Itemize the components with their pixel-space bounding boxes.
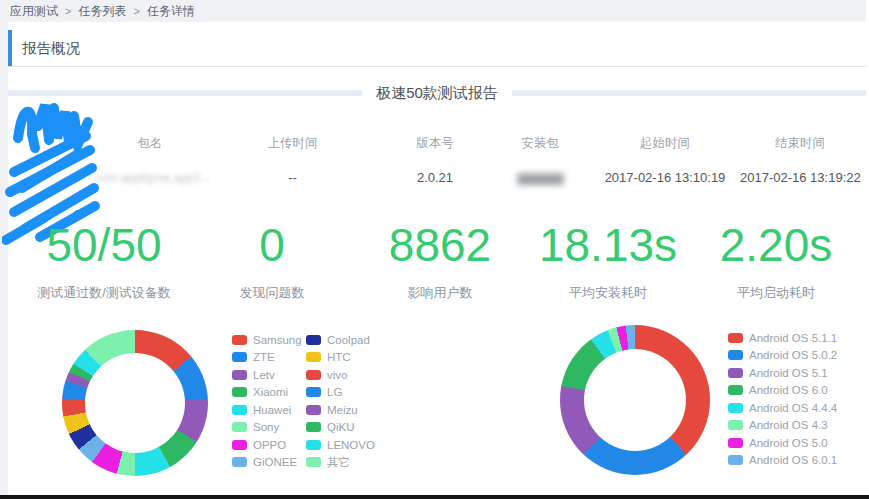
stat-pass-devices: 50/50 测试通过数/测试设备数 [20, 218, 188, 302]
legend-item[interactable]: Android OS 5.0 [728, 434, 837, 452]
legend-swatch [232, 387, 247, 397]
legend-item[interactable]: Android OS 4.4.4 [728, 399, 837, 417]
legend-label: Huawei [253, 404, 291, 416]
legend-label: Android OS 5.0.2 [749, 349, 837, 361]
window-bottom-edge [0, 495, 869, 499]
legend-item[interactable]: Android OS 6.0 [728, 382, 837, 400]
legend-item[interactable]: Coolpad [306, 331, 380, 349]
legend-swatch [306, 457, 321, 467]
version-value: 2.0.21 [380, 168, 490, 188]
legend-label: Android OS 4.3 [749, 419, 828, 431]
stat-avg-launch-time-value: 2.20s [692, 218, 860, 272]
legend-item[interactable]: LG [306, 384, 380, 402]
legend-item[interactable]: Huawei [232, 401, 306, 419]
legend-item[interactable]: Samsung [232, 331, 306, 349]
legend-column: SamsungZTELetvXiaomiHuaweiSonyOPPOGiONEE [232, 331, 306, 471]
legend-label: Xiaomi [253, 386, 288, 398]
legend-item[interactable]: vivo [306, 366, 380, 384]
legend-swatch [728, 438, 743, 448]
legend-label: Sony [253, 421, 279, 433]
legend-swatch [728, 385, 743, 395]
column-header-install-package: 安装包 [490, 132, 590, 154]
install-package-value-blurred: ▆▆▆▆▆ [490, 168, 590, 188]
legend-item[interactable]: Letv [232, 366, 306, 384]
column-header-package: 包名 [95, 132, 205, 154]
legend-label: HTC [327, 351, 351, 363]
task-detail-page: 应用测试 > 任务列表 > 任务详情 报告概况 极速50款测试报告 [0, 0, 869, 499]
legend-item[interactable]: Xiaomi [232, 384, 306, 402]
section-accent-bar [8, 30, 12, 66]
legend-item[interactable]: HTC [306, 349, 380, 367]
legend-swatch [232, 457, 247, 467]
legend-swatch [232, 370, 247, 380]
legend-swatch [728, 350, 743, 360]
legend-label: Android OS 4.4.4 [749, 402, 837, 414]
column-header-version: 版本号 [380, 132, 490, 154]
upload-time-value: -- [205, 168, 380, 188]
breadcrumb: 应用测试 > 任务列表 > 任务详情 [0, 0, 866, 22]
legend-swatch [728, 403, 743, 413]
legend-item[interactable]: Android OS 5.1 [728, 364, 837, 382]
legend-swatch [728, 368, 743, 378]
legend-label: Android OS 5.0 [749, 437, 828, 449]
legend-item[interactable]: Android OS 4.3 [728, 417, 837, 435]
legend-label: Coolpad [327, 334, 370, 346]
legend-item[interactable]: 其它 [306, 454, 380, 472]
legend-label: 其它 [327, 455, 350, 470]
section-divider [8, 66, 866, 67]
legend-label: Android OS 5.1 [749, 367, 828, 379]
legend-item[interactable]: LENOVO [306, 436, 380, 454]
device-brand-donut-chart[interactable] [62, 330, 208, 476]
legend-item[interactable]: Android OS 5.1.1 [728, 329, 837, 347]
android-os-donut-chart[interactable] [560, 325, 710, 475]
package-name-value-blurred: com.appbyme.app2... [95, 168, 205, 188]
breadcrumb-separator: > [65, 5, 71, 17]
legend-item[interactable]: Android OS 5.0.2 [728, 347, 837, 365]
legend-label: Android OS 6.0 [749, 384, 828, 396]
legend-item[interactable]: ZTE [232, 349, 306, 367]
legend-label: Android OS 5.1.1 [749, 332, 837, 344]
stat-issues-found-value: 0 [188, 218, 356, 272]
legend-swatch [232, 422, 247, 432]
section-title: 报告概况 [22, 30, 80, 66]
stat-affected-users-value: 8862 [356, 218, 524, 272]
legend-label: Meizu [327, 404, 358, 416]
legend-item[interactable]: Sony [232, 419, 306, 437]
breadcrumb-item-task-list[interactable]: 任务列表 [78, 3, 126, 20]
legend-column: CoolpadHTCvivoLGMeizuQiKULENOVO其它 [306, 331, 380, 471]
legend-swatch [306, 335, 321, 345]
legend-swatch [306, 422, 321, 432]
legend-swatch [232, 440, 247, 450]
legend-label: ZTE [253, 351, 275, 363]
stat-avg-launch-time: 2.20s 平均启动耗时 [692, 218, 860, 302]
legend-swatch [306, 370, 321, 380]
legend-label: OPPO [253, 439, 286, 451]
legend-swatch [306, 440, 321, 450]
legend-swatch [232, 335, 247, 345]
breadcrumb-item-app-test[interactable]: 应用测试 [10, 3, 58, 20]
legend-swatch [306, 405, 321, 415]
breadcrumb-item-task-detail: 任务详情 [147, 3, 195, 20]
column-header-end-time: 结束时间 [740, 132, 860, 154]
legend-swatch [728, 420, 743, 430]
legend-item[interactable]: GiONEE [232, 454, 306, 472]
stat-issues-found-label: 发现问题数 [188, 284, 356, 302]
legend-item[interactable]: Meizu [306, 401, 380, 419]
legend-label: LG [327, 386, 342, 398]
legend-item[interactable]: Android OS 6.0.1 [728, 452, 837, 470]
android-os-legend: Android OS 5.1.1Android OS 5.0.2Android … [728, 329, 837, 469]
stat-affected-users: 8862 影响用户数 [356, 218, 524, 302]
stat-pass-devices-value: 50/50 [20, 218, 188, 272]
donut-hole [85, 353, 185, 453]
stat-affected-users-label: 影响用户数 [356, 284, 524, 302]
legend-label: Android OS 6.0.1 [749, 454, 837, 466]
page-left-gutter [0, 22, 8, 495]
legend-item[interactable]: QiKU [306, 419, 380, 437]
legend-swatch [232, 352, 247, 362]
task-info-table: 包名 上传时间 版本号 安装包 起始时间 结束时间 com.appbyme.ap… [95, 132, 860, 188]
title-decor-right [512, 90, 866, 96]
kpi-stats-row: 50/50 测试通过数/测试设备数 0 发现问题数 8862 影响用户数 18.… [20, 218, 860, 302]
legend-label: Letv [253, 369, 275, 381]
report-title: 极速50款测试报告 [376, 84, 498, 103]
legend-item[interactable]: OPPO [232, 436, 306, 454]
